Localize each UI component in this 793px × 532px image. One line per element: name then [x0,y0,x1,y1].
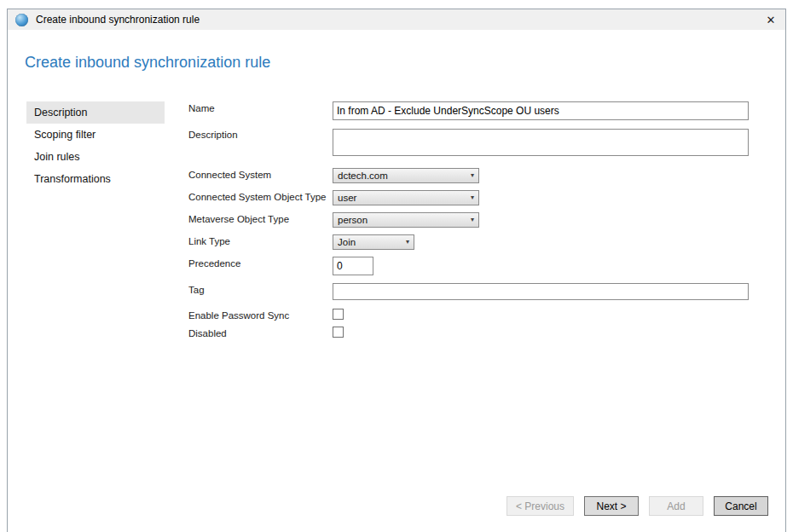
name-label: Name [188,103,215,113]
sidebar-item-transformations[interactable]: Transformations [26,168,165,190]
sidebar-item-join-rules[interactable]: Join rules [26,146,165,168]
precedence-input[interactable] [333,257,373,275]
cs-object-type-select[interactable]: user ▾ [333,190,479,205]
sidebar-item-description[interactable]: Description [26,101,165,124]
link-type-select[interactable]: Join ▾ [333,234,414,250]
disabled-checkbox[interactable] [333,327,344,338]
metaverse-object-type-select[interactable]: person ▾ [333,212,479,228]
chevron-down-icon: ▾ [471,172,474,179]
chevron-down-icon: ▾ [406,239,409,246]
close-icon[interactable]: ✕ [756,9,785,30]
dialog-client-area: Create inbound synchronization rule Desc… [8,30,785,532]
metaverse-object-type-label: Metaverse Object Type [188,214,289,224]
tag-input[interactable] [333,283,749,300]
window-title: Create inbound synchronization rule [36,14,200,26]
title-bar: Create inbound synchronization rule ✕ [8,9,785,30]
create-sync-rule-dialog: Create inbound synchronization rule ✕ Cr… [7,9,786,532]
sidebar-item-scoping-filter[interactable]: Scoping filter [26,124,165,146]
cs-object-type-label: Connected System Object Type [188,192,327,202]
app-icon [15,14,28,26]
chevron-down-icon: ▾ [471,194,474,201]
sidebar: Description Scoping filter Join rules Tr… [26,101,165,190]
metaverse-object-type-value: person [338,215,368,225]
cs-object-type-value: user [338,193,356,203]
precedence-label: Precedence [188,258,240,269]
chevron-down-icon: ▾ [471,217,474,223]
link-type-label: Link Type [188,236,230,246]
connected-system-select[interactable]: dctech.com ▾ [333,168,479,183]
link-type-value: Join [338,237,356,247]
tag-label: Tag [188,285,205,295]
description-label: Description [188,130,238,140]
footer-buttons: < Previous Next > Add Cancel [506,496,768,516]
page-title: Create inbound synchronization rule [25,54,270,72]
description-input[interactable] [333,129,749,156]
previous-button[interactable]: < Previous [506,496,574,516]
enable-password-sync-checkbox[interactable] [333,309,344,320]
disabled-label: Disabled [188,328,227,338]
name-input[interactable] [333,101,749,120]
next-button[interactable]: Next > [584,496,639,516]
connected-system-label: Connected System [188,170,271,180]
connected-system-value: dctech.com [338,171,388,181]
enable-password-sync-label: Enable Password Sync [188,310,289,321]
add-button[interactable]: Add [649,496,703,516]
cancel-button[interactable]: Cancel [714,496,768,516]
